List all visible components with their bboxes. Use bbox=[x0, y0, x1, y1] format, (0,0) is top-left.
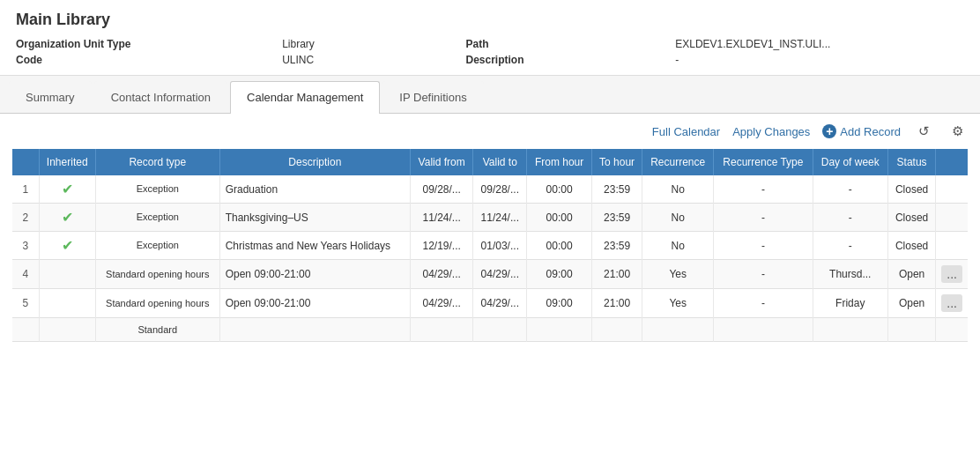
cell-row-num bbox=[12, 318, 39, 342]
cell-inherited bbox=[39, 318, 95, 342]
cell-valid-to: 04/29/... bbox=[473, 260, 527, 289]
cell-valid-to: 11/24/... bbox=[473, 204, 527, 232]
cell-from-hour bbox=[527, 318, 592, 342]
cell-from-hour: 09:00 bbox=[527, 260, 592, 289]
add-record-button[interactable]: + Add Record bbox=[822, 124, 901, 138]
path-label: Path bbox=[466, 38, 658, 50]
description-label: Description bbox=[466, 54, 658, 66]
cell-from-hour: 00:00 bbox=[527, 175, 592, 204]
cell-row-num: 4 bbox=[12, 260, 39, 289]
full-calendar-link[interactable]: Full Calendar bbox=[652, 125, 720, 138]
col-recurrence: Recurrence bbox=[642, 149, 714, 175]
cell-description: Graduation bbox=[219, 175, 410, 204]
col-actions bbox=[936, 149, 968, 175]
col-valid-from: Valid from bbox=[410, 149, 472, 175]
table-row: 5Standard opening hoursOpen 09:00-21:000… bbox=[12, 289, 968, 318]
inherited-checkmark: ✔ bbox=[62, 210, 73, 225]
cell-record-type: Standard bbox=[95, 318, 219, 342]
cell-row-num: 2 bbox=[12, 204, 39, 232]
calendar-table-container: Inherited Record type Description Valid … bbox=[0, 149, 980, 342]
cell-actions bbox=[936, 232, 968, 260]
cell-description: Christmas and New Years Holidays bbox=[219, 232, 410, 260]
org-unit-value: Library bbox=[282, 38, 448, 50]
cell-from-hour: 00:00 bbox=[527, 232, 592, 260]
cell-inherited: ✔ bbox=[39, 204, 95, 232]
cell-valid-from bbox=[410, 318, 472, 342]
code-label: Code bbox=[16, 54, 264, 66]
tab-ip-definitions[interactable]: IP Definitions bbox=[382, 81, 483, 113]
cell-description: Open 09:00-21:00 bbox=[219, 260, 410, 289]
cell-recurrence-type: - bbox=[714, 289, 813, 318]
table-row: 3✔ExceptionChristmas and New Years Holid… bbox=[12, 232, 968, 260]
cell-description: Open 09:00-21:00 bbox=[219, 289, 410, 318]
cell-valid-from: 04/29/... bbox=[410, 260, 472, 289]
cell-inherited bbox=[39, 260, 95, 289]
cell-valid-to: 09/28/... bbox=[473, 175, 527, 204]
cell-valid-from: 09/28/... bbox=[410, 175, 472, 204]
page-title: Main Library bbox=[16, 11, 964, 29]
cell-status: Closed bbox=[887, 232, 935, 260]
table-row: 2✔ExceptionThanksgiving–US11/24/...11/24… bbox=[12, 204, 968, 232]
cell-actions bbox=[936, 318, 968, 342]
cell-inherited: ✔ bbox=[39, 175, 95, 204]
settings-icon[interactable]: ⚙ bbox=[947, 121, 968, 142]
tab-calendar-management[interactable]: Calendar Management bbox=[230, 81, 380, 114]
col-record-type: Record type bbox=[95, 149, 219, 175]
cell-recurrence-type: - bbox=[714, 204, 813, 232]
cell-recurrence bbox=[642, 318, 714, 342]
row-menu-button[interactable]: ... bbox=[941, 265, 962, 283]
tabs-bar: Summary Contact Information Calendar Man… bbox=[0, 76, 980, 114]
tab-contact-information[interactable]: Contact Information bbox=[94, 81, 227, 113]
cell-actions bbox=[936, 204, 968, 232]
code-value: ULINC bbox=[282, 54, 448, 66]
cell-valid-to: 01/03/... bbox=[473, 232, 527, 260]
cell-inherited bbox=[39, 289, 95, 318]
cell-actions: ... bbox=[936, 260, 968, 289]
cell-to-hour: 23:59 bbox=[591, 204, 642, 232]
cell-status bbox=[887, 318, 935, 342]
cell-valid-from: 12/19/... bbox=[410, 232, 472, 260]
page-header: Main Library Organization Unit Type Libr… bbox=[0, 0, 980, 76]
table-row: 1✔ExceptionGraduation09/28/...09/28/...0… bbox=[12, 175, 968, 204]
cell-to-hour bbox=[591, 318, 642, 342]
cell-day-of-week: Friday bbox=[813, 289, 887, 318]
add-record-icon: + bbox=[822, 124, 836, 138]
cell-day-of-week: - bbox=[813, 232, 887, 260]
cell-record-type: Exception bbox=[95, 204, 219, 232]
cell-status: Closed bbox=[887, 175, 935, 204]
tab-summary[interactable]: Summary bbox=[9, 81, 92, 113]
cell-day-of-week: - bbox=[813, 175, 887, 204]
cell-row-num: 5 bbox=[12, 289, 39, 318]
description-value: - bbox=[675, 54, 964, 66]
col-inherited: Inherited bbox=[39, 149, 95, 175]
cell-description: Thanksgiving–US bbox=[219, 204, 410, 232]
cell-recurrence: No bbox=[642, 232, 714, 260]
cell-day-of-week: Thursd... bbox=[813, 260, 887, 289]
cell-row-num: 1 bbox=[12, 175, 39, 204]
cell-recurrence-type: - bbox=[714, 260, 813, 289]
cell-description bbox=[219, 318, 410, 342]
col-num bbox=[12, 149, 39, 175]
col-description: Description bbox=[219, 149, 410, 175]
apply-changes-link[interactable]: Apply Changes bbox=[732, 125, 810, 138]
cell-record-type: Exception bbox=[95, 175, 219, 204]
row-menu-button[interactable]: ... bbox=[941, 294, 962, 312]
cell-to-hour: 21:00 bbox=[591, 260, 642, 289]
cell-record-type: Exception bbox=[95, 232, 219, 260]
inherited-checkmark: ✔ bbox=[62, 238, 73, 253]
cell-inherited: ✔ bbox=[39, 232, 95, 260]
cell-day-of-week bbox=[813, 318, 887, 342]
col-day-of-week: Day of week bbox=[813, 149, 887, 175]
inherited-checkmark: ✔ bbox=[62, 182, 73, 197]
add-record-label: Add Record bbox=[840, 125, 901, 138]
table-row: 4Standard opening hoursOpen 09:00-21:000… bbox=[12, 260, 968, 289]
refresh-icon[interactable]: ↺ bbox=[913, 121, 934, 142]
cell-from-hour: 09:00 bbox=[527, 289, 592, 318]
col-to-hour: To hour bbox=[591, 149, 642, 175]
col-recurrence-type: Recurrence Type bbox=[714, 149, 813, 175]
cell-recurrence-type: - bbox=[714, 232, 813, 260]
path-value: EXLDEV1.EXLDEV1_INST.ULI... bbox=[675, 38, 964, 50]
cell-recurrence-type bbox=[714, 318, 813, 342]
cell-recurrence: No bbox=[642, 204, 714, 232]
cell-valid-from: 11/24/... bbox=[410, 204, 472, 232]
